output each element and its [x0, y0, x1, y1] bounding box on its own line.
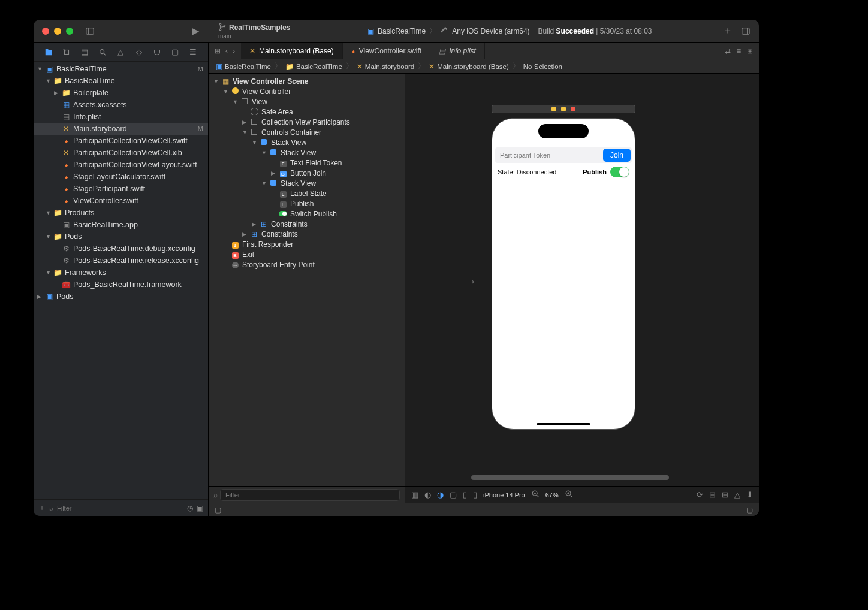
interface-builder-canvas[interactable]: → Join State: Disconnected: [405, 74, 759, 486]
update-frames-icon[interactable]: ⟳: [697, 490, 703, 499]
tree-row[interactable]: ▼📁Frameworks: [34, 267, 208, 279]
tree-row[interactable]: ⬥StageParticipant.swift: [34, 183, 208, 195]
source-control-navigator-icon[interactable]: [61, 47, 72, 58]
outline-row[interactable]: ▼▦View Controller Scene: [209, 76, 405, 86]
layout-icon[interactable]: ▯: [463, 490, 467, 499]
plus-icon[interactable]: ＋: [723, 26, 733, 36]
tree-row[interactable]: ✕ParticipantCollectionViewCell.xib: [34, 147, 208, 159]
tree-row[interactable]: ▶▣Pods: [34, 291, 208, 303]
add-editor-icon[interactable]: ⊞: [747, 47, 753, 55]
adjust-icon[interactable]: ◐: [424, 490, 431, 499]
grid-icon[interactable]: ⊞: [215, 47, 221, 55]
debug-view-icon[interactable]: ▢: [215, 506, 221, 514]
project-title[interactable]: RealTimeSamples main: [212, 23, 297, 40]
editor-options-icon[interactable]: ≡: [737, 47, 741, 55]
outline-row[interactable]: ⛶Safe Area: [209, 107, 405, 117]
sidebar-toggle-icon[interactable]: [85, 26, 95, 36]
outline-row[interactable]: ▶Collection View Participants: [209, 117, 405, 127]
outline-row[interactable]: ▶BButton Join: [209, 168, 405, 178]
outline-row[interactable]: LPublish: [209, 198, 405, 209]
tree-row-selected[interactable]: ✕Main.storyboardM: [34, 123, 208, 135]
outline-row[interactable]: Switch Publish: [209, 209, 405, 219]
appearance-icon[interactable]: ◑: [437, 490, 444, 499]
outline-row[interactable]: ▼Stack View: [209, 178, 405, 188]
tree-row[interactable]: ⬥ViewController.swift: [34, 195, 208, 207]
device-name[interactable]: iPhone 14 Pro: [483, 491, 525, 499]
outline-row[interactable]: FText Field Token: [209, 158, 405, 168]
add-icon[interactable]: ＋: [38, 503, 46, 513]
library-icon[interactable]: [741, 26, 751, 36]
run-icon[interactable]: ▶: [191, 26, 200, 36]
tree-row[interactable]: ▣BasicRealTime.app: [34, 219, 208, 231]
pin-icon[interactable]: ⊞: [722, 490, 728, 499]
build-status[interactable]: Build Succeeded | 5/30/23 at 08:03: [538, 27, 652, 35]
participant-token-field[interactable]: [496, 149, 601, 161]
outline-row[interactable]: ▼View: [209, 96, 405, 107]
navigator-filter-input[interactable]: [57, 505, 183, 512]
clock-icon[interactable]: ◷: [187, 504, 193, 512]
horizontal-scrollbar[interactable]: [471, 475, 669, 480]
tree-row[interactable]: ▼📁Pods: [34, 231, 208, 243]
outline-row[interactable]: ▼Controls Container: [209, 127, 405, 137]
jump-bar[interactable]: ▣ BasicRealTime〉 📁 BasicRealTime〉 ✕ Main…: [209, 59, 759, 74]
exit-dock-icon[interactable]: [571, 107, 575, 111]
zoom-out-icon[interactable]: [531, 490, 540, 500]
scheme-selector[interactable]: ▣ BasicRealTime 〉 Any iOS Device (arm64): [367, 26, 530, 36]
find-navigator-icon[interactable]: [97, 47, 108, 58]
tree-row[interactable]: ⬥ParticipantCollectionViewLayout.swift: [34, 159, 208, 171]
close-icon[interactable]: [42, 28, 49, 35]
tab-viewcontroller[interactable]: ⬥ViewController.swift: [343, 43, 430, 59]
tree-row[interactable]: ⬥StageLayoutCalculator.swift: [34, 171, 208, 183]
resolve-icon[interactable]: △: [734, 490, 740, 499]
outline-row[interactable]: LLabel State: [209, 188, 405, 198]
outline-row[interactable]: ▶⊞Constraints: [209, 219, 405, 229]
forward-icon[interactable]: ›: [233, 47, 235, 55]
outline-row[interactable]: EExit: [209, 249, 405, 259]
first-responder-dock-icon[interactable]: [561, 107, 566, 111]
vc-dock-icon[interactable]: [551, 107, 556, 111]
outline-row[interactable]: 1First Responder: [209, 239, 405, 249]
scm-filter-icon[interactable]: ▣: [197, 504, 203, 512]
scene-dock[interactable]: [492, 105, 635, 113]
tree-row[interactable]: 🧰Pods_BasicRealTime.framework: [34, 279, 208, 291]
tree-row[interactable]: ⚙Pods-BasicRealTime.debug.xcconfig: [34, 243, 208, 255]
adjust-editor-icon[interactable]: ⇄: [725, 47, 731, 55]
breakpoint-navigator-icon[interactable]: ▢: [170, 47, 180, 58]
minimize-icon[interactable]: [54, 28, 61, 35]
join-button[interactable]: Join: [603, 149, 631, 162]
tab-main-storyboard[interactable]: ✕Main.storyboard (Base): [241, 43, 343, 59]
device-icon[interactable]: ▯: [473, 490, 477, 499]
test-navigator-icon[interactable]: ◇: [134, 47, 144, 58]
outline-row[interactable]: ▼Stack View: [209, 137, 405, 147]
outline-row[interactable]: ▼Stack View: [209, 147, 405, 158]
issue-navigator-icon[interactable]: △: [115, 47, 126, 58]
device-preview[interactable]: Join State: Disconnected Publish: [492, 118, 635, 430]
debug-toggle-icon[interactable]: ▢: [746, 506, 753, 514]
back-icon[interactable]: ‹: [225, 47, 228, 55]
debug-navigator-icon[interactable]: [152, 47, 162, 58]
zoom-in-icon[interactable]: [565, 490, 573, 500]
align-icon[interactable]: ⊟: [709, 490, 716, 499]
tree-row[interactable]: ▤Info.plist: [34, 111, 208, 123]
zoom-level[interactable]: 67%: [545, 491, 559, 499]
project-navigator-icon[interactable]: [43, 47, 54, 58]
outline-filter-input[interactable]: [220, 489, 400, 501]
embed-icon[interactable]: ⬇: [746, 490, 753, 499]
tab-info-plist[interactable]: ▤Info.plist: [430, 43, 485, 59]
zoom-icon[interactable]: [66, 28, 73, 35]
tree-row[interactable]: ⬥ParticipantCollectionViewCell.swift: [34, 135, 208, 147]
tree-row[interactable]: ⚙Pods-BasicRealTime.release.xcconfig: [34, 255, 208, 267]
outline-toggle-icon[interactable]: ▥: [411, 490, 418, 499]
publish-switch[interactable]: [610, 167, 629, 177]
report-navigator-icon[interactable]: ☰: [188, 47, 198, 58]
symbol-navigator-icon[interactable]: ▤: [79, 47, 90, 58]
outline-row[interactable]: ▶⊞Constraints: [209, 229, 405, 239]
tree-row[interactable]: ▼▣BasicRealTimeM: [34, 63, 208, 75]
tree-row[interactable]: ▦Assets.xcassets: [34, 99, 208, 111]
orientation-icon[interactable]: ▢: [450, 490, 457, 499]
outline-row[interactable]: →Storyboard Entry Point: [209, 259, 405, 270]
tree-row[interactable]: ▼📁Products: [34, 207, 208, 219]
outline-row[interactable]: ▼View Controller: [209, 86, 405, 96]
tree-row[interactable]: ▶📁Boilerplate: [34, 87, 208, 99]
tree-row[interactable]: ▼📁BasicRealTime: [34, 75, 208, 87]
